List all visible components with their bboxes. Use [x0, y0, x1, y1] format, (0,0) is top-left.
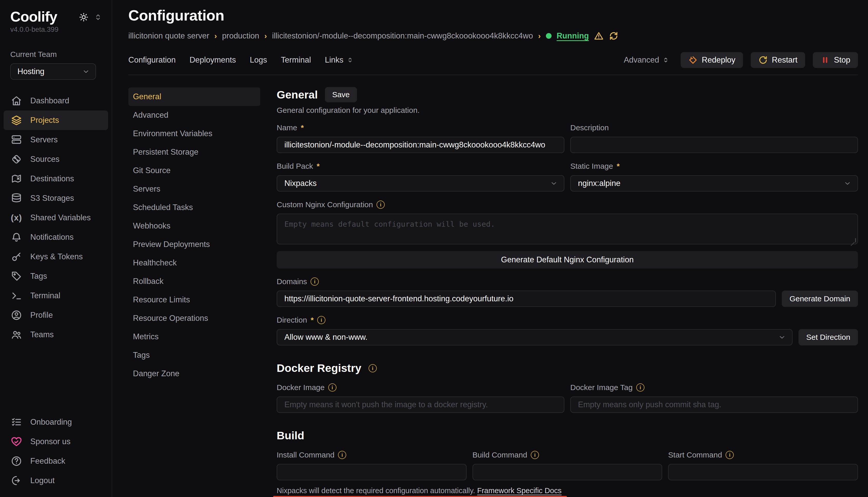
team-select[interactable]: Hosting [10, 63, 96, 80]
sidebar-item-s3-storages[interactable]: S3 Storages [4, 188, 108, 208]
restart-icon [758, 55, 768, 65]
chevron-down-icon [778, 333, 786, 341]
build-pack-label: Build Pack* [277, 161, 564, 172]
info-icon[interactable]: i [636, 383, 645, 392]
sidebar-item-servers[interactable]: Servers [4, 130, 108, 150]
subnav-item-metrics[interactable]: Metrics [128, 327, 260, 346]
direction-select[interactable]: Allow www & non-www. [277, 329, 793, 345]
sidebar-item-onboarding[interactable]: Onboarding [4, 412, 108, 432]
database-icon [11, 193, 22, 204]
sidebar-item-notifications[interactable]: Notifications [4, 227, 108, 247]
breadcrumb-environment[interactable]: production [222, 31, 259, 41]
key-icon [11, 251, 22, 262]
resize-handle[interactable] [852, 238, 856, 242]
description-input[interactable] [570, 137, 858, 153]
tab-links[interactable]: Links [325, 55, 354, 65]
subnav-item-rollback[interactable]: Rollback [128, 272, 260, 290]
subnav-item-danger-zone[interactable]: Danger Zone [128, 365, 260, 383]
info-icon[interactable]: i [311, 278, 319, 286]
build-command-label: Build Commandi [472, 450, 662, 460]
sidebar-item-shared-variables[interactable]: (x) Shared Variables [4, 208, 108, 227]
refresh-icon[interactable] [609, 31, 619, 41]
subnav-item-healthcheck[interactable]: Healthcheck [128, 254, 260, 272]
redeploy-button[interactable]: Redeploy [681, 52, 743, 68]
subnav-item-advanced[interactable]: Advanced [128, 106, 260, 124]
info-icon[interactable]: i [317, 316, 326, 324]
custom-nginx-configuration-label: Custom Nginx Configurationi [277, 199, 858, 210]
server-icon [11, 134, 22, 145]
required-asterisk: * [317, 162, 320, 171]
breadcrumb-application[interactable]: illicitestonion/-module--decomposition:m… [272, 31, 533, 41]
subnav-item-resource-operations[interactable]: Resource Operations [128, 309, 260, 327]
docker-image-input[interactable] [277, 396, 564, 413]
subnav-item-persistent-storage[interactable]: Persistent Storage [128, 143, 260, 161]
tab-logs[interactable]: Logs [250, 55, 267, 65]
docker-image-tag-input[interactable] [570, 396, 858, 413]
sidebar-item-teams[interactable]: Teams [4, 325, 108, 344]
sidebar-item-logout[interactable]: Logout [4, 471, 108, 490]
custom-nginx-configuration-textarea[interactable] [277, 214, 858, 244]
redeploy-icon [688, 55, 698, 65]
sidebar-item-sources[interactable]: Sources [4, 150, 108, 169]
start-command-label: Start Commandi [668, 450, 858, 460]
info-icon[interactable]: i [369, 364, 377, 372]
name-label: Name* [277, 122, 564, 133]
tag-icon [11, 271, 22, 282]
generate-default-nginx-configuration-button[interactable]: Generate Default Nginx Configuration [277, 251, 858, 269]
subnav-item-git-source[interactable]: Git Source [128, 161, 260, 180]
sidebar-item-profile[interactable]: Profile [4, 306, 108, 325]
advanced-dropdown[interactable]: Advanced [624, 55, 669, 65]
breadcrumb-project[interactable]: illicitonion quote server [128, 31, 209, 41]
sidebar-item-projects[interactable]: Projects [4, 111, 108, 130]
nixpacks-helper-text: Nixpacks will detect the required config… [277, 486, 858, 495]
sidebar-item-terminal[interactable]: Terminal [4, 286, 108, 306]
info-icon[interactable]: i [376, 201, 385, 209]
sidebar-item-keys-tokens[interactable]: Keys & Tokens [4, 247, 108, 267]
subnav-item-scheduled-tasks[interactable]: Scheduled Tasks [128, 198, 260, 217]
set-direction-button[interactable]: Set Direction [798, 329, 858, 345]
subnav-item-resource-limits[interactable]: Resource Limits [128, 290, 260, 309]
tab-configuration[interactable]: Configuration [128, 55, 176, 65]
stop-button[interactable]: Stop [813, 52, 858, 68]
build-pack-select[interactable]: Nixpacks [277, 175, 564, 191]
save-button[interactable]: Save [325, 87, 357, 102]
generate-domain-button[interactable]: Generate Domain [782, 290, 858, 307]
info-icon[interactable]: i [531, 451, 539, 459]
subnav-item-environment-variables[interactable]: Environment Variables [128, 124, 260, 143]
name-input[interactable] [277, 137, 564, 153]
build-command-input[interactable] [472, 464, 662, 480]
info-icon[interactable]: i [328, 383, 336, 392]
version-chevrons-icon[interactable] [94, 13, 102, 22]
subnav-item-preview-deployments[interactable]: Preview Deployments [128, 235, 260, 254]
static-image-label: Static Image* [570, 161, 858, 172]
static-image-select[interactable]: nginx:alpine [570, 175, 858, 191]
checklist-icon [11, 417, 22, 427]
framework-specific-docs-link[interactable]: Framework Specific Docs [477, 486, 562, 495]
subnav-item-webhooks[interactable]: Webhooks [128, 217, 260, 235]
status-dot [546, 33, 552, 39]
restart-button[interactable]: Restart [751, 52, 805, 68]
install-command-input[interactable] [277, 464, 467, 480]
status-running-link[interactable]: Running [557, 31, 589, 41]
info-icon[interactable]: i [726, 451, 734, 459]
tab-terminal[interactable]: Terminal [281, 55, 311, 65]
start-command-input[interactable] [668, 464, 858, 480]
sidebar-item-tags[interactable]: Tags [4, 267, 108, 286]
chevron-down-icon [550, 180, 558, 187]
tab-deployments[interactable]: Deployments [189, 55, 236, 65]
info-icon[interactable]: i [338, 451, 346, 459]
docker-registry-heading: Docker Registry [277, 362, 361, 374]
sidebar-item-dashboard[interactable]: Dashboard [4, 91, 108, 111]
subnav-item-servers[interactable]: Servers [128, 180, 260, 198]
warning-triangle-icon[interactable] [594, 31, 604, 41]
chevron-right-icon: › [538, 31, 541, 40]
theme-toggle-sun-icon[interactable] [79, 12, 88, 22]
sidebar-item-destinations[interactable]: Destinations [4, 169, 108, 188]
terminal-icon [11, 290, 22, 301]
subnav-item-general[interactable]: General [128, 87, 260, 106]
domains-input[interactable] [277, 290, 776, 307]
required-asterisk: * [301, 123, 304, 132]
sidebar-item-sponsor-us[interactable]: Sponsor us [4, 432, 108, 451]
sidebar-item-feedback[interactable]: Feedback [4, 451, 108, 471]
subnav-item-tags[interactable]: Tags [128, 346, 260, 365]
